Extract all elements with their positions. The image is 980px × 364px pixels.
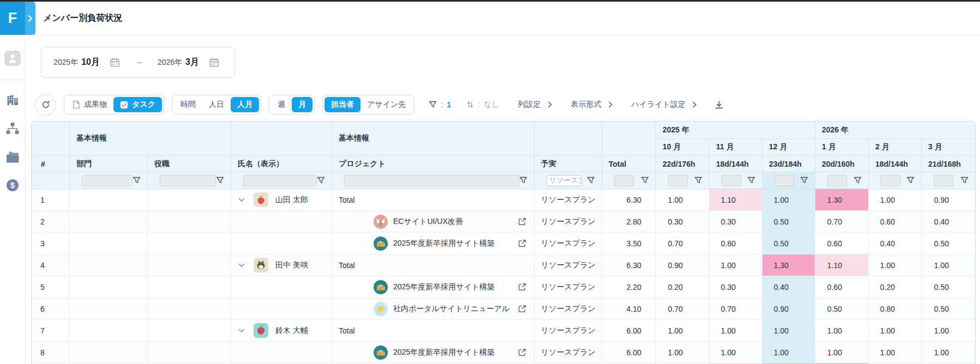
external-link-button[interactable] [518,282,527,292]
member-cell [231,233,332,254]
table-row: 2ECサイトUI/UX改善リソースプラン2.800.300.300.500.70… [32,211,975,233]
total-value-cell: 6.00 [602,320,656,341]
filter-input-month-4[interactable] [827,175,847,186]
external-link-button[interactable] [518,217,527,226]
dept-cell [70,276,148,298]
end-month[interactable]: 3月 [185,57,199,68]
filter-input-plan[interactable]: リソースプラン [546,175,581,186]
row-index-cell: 1 [32,189,70,210]
filter-input-total[interactable] [614,175,634,186]
filter-input-project[interactable] [344,175,519,186]
filter-funnel-button[interactable] [906,177,915,184]
filter-funnel-button[interactable] [960,177,969,184]
project-cell: 社内ポータルサイトリニューアル [332,298,534,319]
filter-funnel-button[interactable] [317,177,325,184]
filter-input-month-5[interactable] [881,175,900,186]
sidebar-item-company[interactable] [0,92,25,108]
filter-cell-month-5 [869,172,922,189]
total-value-cell: 6.30 [602,254,656,276]
filter-funnel-button[interactable] [641,177,649,184]
sort-indicator[interactable]: : なし [466,100,500,110]
filter-funnel-button[interactable] [587,177,595,184]
filter-cell-project [332,172,534,189]
svg-text:file: file [378,288,381,290]
download-button[interactable] [714,100,724,110]
filter-funnel-icon [519,177,527,184]
assign-to-label: アサイン先 [367,100,406,110]
external-link-button[interactable] [518,348,527,357]
column-settings-menu[interactable]: 列設定 [518,100,552,110]
assignee-button[interactable]: 担当者 [324,97,360,112]
workload-value-cell: 0.30 [656,211,710,232]
filter-input-dept[interactable] [82,175,133,186]
filter-funnel-button[interactable] [853,177,862,184]
total-value-cell: 6.30 [602,189,656,210]
external-link-button[interactable] [518,239,527,248]
filter-funnel-button[interactable] [747,177,755,184]
expand-chevron-icon[interactable] [236,263,248,268]
sidebar-item-cost[interactable]: $ [0,177,25,193]
man-day-unit-button[interactable]: 人日 [202,97,231,112]
time-unit-button[interactable]: 時間 [174,97,202,112]
chevron-down-icon [238,329,245,333]
project-cell: file2025年度新卒採用サイト構築 [332,233,534,254]
chevron-right-icon [608,101,613,108]
sidebar: $ [0,35,26,364]
external-link-button[interactable] [518,304,527,313]
task-toggle-button[interactable]: タスク [113,97,162,112]
end-calendar-button[interactable] [209,57,219,68]
year-month-header-block: 2025 年2026 年 10 月11 月12 月1 月2 月3 月 [656,122,975,156]
project-name: ECサイトUI/UX改善 [393,217,463,227]
filter-funnel-button[interactable] [800,177,808,184]
total-value-cell: 4.10 [602,298,656,319]
refresh-button[interactable] [35,94,56,116]
sidebar-expand-chevron[interactable] [25,2,35,35]
end-year[interactable]: 2026年 [158,58,182,68]
member-name: 鈴木 大輔 [275,326,308,336]
artifact-toggle-button[interactable]: 成果物 [66,97,113,112]
month-header-cell: 12 月 [762,139,815,156]
assign-to-button[interactable]: アサイン先 [360,97,412,112]
role-cell [148,233,231,254]
table-row: 5file2025年度新卒採用サイト構築リソースプラン2.200.200.300… [32,276,975,298]
filter-separator: : [441,100,443,109]
highlight-settings-menu[interactable]: ハイライト設定 [632,100,698,110]
sidebar-item-organization[interactable] [0,120,25,137]
start-month[interactable]: 10月 [81,57,100,68]
filter-cell-num [32,172,70,189]
member-name: 田中 美咲 [275,260,308,270]
project-cell: Total [332,320,534,341]
total-value-cell: 2.20 [602,276,656,298]
filter-funnel-icon [641,177,649,184]
month-label: 月 [298,100,306,110]
month-period-button[interactable]: 月 [292,97,312,112]
workload-value-cell: 1.10 [815,254,869,276]
display-format-menu[interactable]: 表示形式 [571,100,613,110]
filter-funnel-button[interactable] [133,177,141,184]
sidebar-item-profile[interactable] [0,49,25,68]
start-year[interactable]: 2025年 [53,58,78,68]
filter-funnel-button[interactable] [694,177,702,184]
member-cell [231,342,332,363]
filter-input-month-2[interactable] [722,175,741,186]
filter-funnel-button[interactable] [216,177,224,184]
filter-funnel-icon [960,177,969,184]
start-calendar-button[interactable] [110,57,120,68]
expand-chevron-icon[interactable] [236,329,248,333]
filter-funnel-button[interactable] [519,177,527,184]
filter-indicator[interactable]: : 1 [429,100,451,109]
sidebar-item-projects[interactable] [0,149,25,165]
filter-input-month-1[interactable] [668,175,688,186]
filter-input-name[interactable] [243,175,317,186]
checkbox-checked-icon [120,101,128,109]
man-month-unit-button[interactable]: 人月 [231,97,259,112]
expand-chevron-icon[interactable] [236,198,248,202]
group-header-basic-info: 基本情報 [332,122,534,156]
project-icon: file [374,280,388,294]
filter-cell-month-2 [710,172,762,189]
filter-input-month-6[interactable] [934,175,953,186]
filter-input-role[interactable] [160,175,216,186]
filter-input-month-3[interactable] [774,175,794,186]
week-period-button[interactable]: 週 [271,97,292,112]
external-link-icon [518,282,527,292]
